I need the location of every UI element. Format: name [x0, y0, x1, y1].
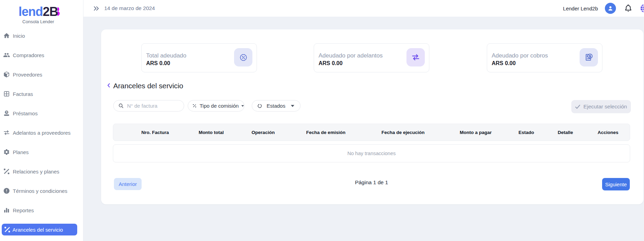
svg-text:S: S: [6, 111, 8, 114]
